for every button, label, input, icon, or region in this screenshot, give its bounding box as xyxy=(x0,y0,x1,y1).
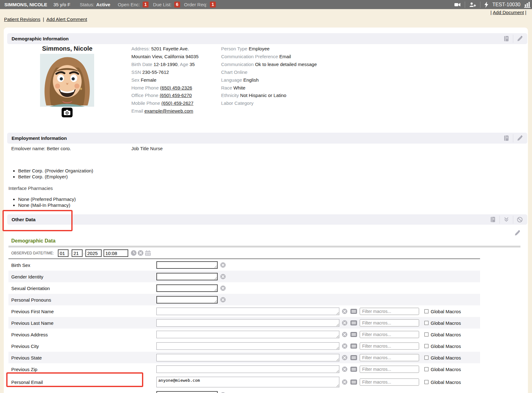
order-req-badge[interactable]: 1 xyxy=(210,2,216,8)
value-input[interactable] xyxy=(156,365,339,373)
update-photo-camera-button[interactable] xyxy=(62,108,73,117)
journal-book-icon[interactable] xyxy=(503,135,509,141)
global-macros-label: Global Macros xyxy=(431,320,461,325)
flowsheet-chart-icon[interactable] xyxy=(524,2,530,8)
journal-book-icon[interactable] xyxy=(503,35,509,42)
info-link[interactable]: (650) 459-2326 xyxy=(160,85,192,90)
macro-list-icon[interactable] xyxy=(350,320,357,326)
form-row-previous-address: Previous AddressGlobal Macros xyxy=(8,329,480,340)
filter-macros-input[interactable] xyxy=(360,354,419,361)
add-document-link[interactable]: Add Document xyxy=(493,10,524,15)
clear-field-icon[interactable] xyxy=(220,297,226,303)
observed-year-input[interactable] xyxy=(85,249,102,257)
filter-macros-input[interactable] xyxy=(360,365,419,373)
due-list-badge[interactable]: 6 xyxy=(174,2,180,8)
observed-time-input[interactable] xyxy=(104,249,128,257)
field-label: Person Type xyxy=(221,46,249,51)
form-row-previous-zip: Previous ZipGlobal Macros xyxy=(8,363,480,375)
value-input[interactable] xyxy=(156,261,218,269)
clear-field-icon[interactable] xyxy=(342,379,347,385)
clear-field-icon[interactable] xyxy=(220,274,226,279)
macro-list-icon[interactable] xyxy=(350,343,357,349)
value-input[interactable] xyxy=(156,284,218,292)
add-person-icon[interactable] xyxy=(469,2,476,8)
calendar-icon[interactable] xyxy=(145,250,151,257)
observed-day-input[interactable] xyxy=(72,249,83,257)
global-macros-checkbox[interactable] xyxy=(424,344,428,348)
filter-macros-input[interactable] xyxy=(360,319,419,326)
due-list-label[interactable]: Due List: xyxy=(153,2,171,7)
value-input[interactable] xyxy=(156,342,339,350)
value-input[interactable] xyxy=(156,354,339,361)
value-input[interactable] xyxy=(156,296,218,304)
observed-datetime-row: OBSERVED DATE/TIME: - - xyxy=(8,247,480,259)
demographic-data-heading: Demographic Data xyxy=(11,238,55,244)
edit-pencil-icon[interactable] xyxy=(514,230,520,236)
patient-header-bar: SIMMONS, NICOLE 35 y/o F Status: Active … xyxy=(0,0,532,9)
info-link[interactable]: (650) 459-6270 xyxy=(160,93,192,98)
clear-field-icon[interactable] xyxy=(220,262,226,268)
filter-macros-input[interactable] xyxy=(360,308,419,315)
value-input[interactable] xyxy=(156,319,339,327)
clear-field-icon[interactable] xyxy=(342,309,347,314)
global-macros-checkbox[interactable] xyxy=(424,367,428,371)
info-line: Chart Online xyxy=(221,69,317,76)
global-macros-checkbox[interactable] xyxy=(424,321,428,325)
open-enc-badge[interactable]: 1 xyxy=(143,2,149,8)
separator: | xyxy=(525,10,526,15)
affiliation-list: Better Corp. (Provider Organization)Bett… xyxy=(18,168,93,180)
value-input[interactable] xyxy=(156,377,339,387)
value-input[interactable] xyxy=(156,308,339,315)
macro-list-icon[interactable] xyxy=(350,366,357,372)
icon-divider xyxy=(513,134,513,142)
info-line: Birth Date 12-18-1990, Age 35 xyxy=(131,61,199,69)
info-link[interactable]: example@mieweb.com xyxy=(144,108,193,114)
edit-pencil-icon[interactable] xyxy=(517,135,523,141)
field-value: Employee xyxy=(249,46,270,51)
clear-field-icon[interactable] xyxy=(342,366,347,372)
video-call-icon[interactable] xyxy=(454,2,461,8)
open-enc-label[interactable]: Open Enc: xyxy=(118,2,140,7)
macro-list-icon[interactable] xyxy=(350,355,357,360)
value-input[interactable] xyxy=(156,273,218,280)
filter-macros-input[interactable] xyxy=(360,378,419,385)
global-macros-label: Global Macros xyxy=(431,343,461,349)
field-value: White xyxy=(233,85,245,90)
global-macros-checkbox[interactable] xyxy=(424,332,428,336)
order-req-label[interactable]: Order Req: xyxy=(184,2,207,7)
form-row-previous-first-name: Previous First NameGlobal Macros xyxy=(8,305,480,317)
add-alert-comment-link[interactable]: Add Alert Comment xyxy=(46,17,87,22)
patient-photo[interactable] xyxy=(40,54,94,107)
filter-macros-input[interactable] xyxy=(360,331,419,338)
filter-macros-input[interactable] xyxy=(360,342,419,350)
clear-field-icon[interactable] xyxy=(220,392,226,393)
info-line: SSN 230-55-7612 xyxy=(131,69,199,76)
macro-list-icon[interactable] xyxy=(350,332,357,337)
info-line: Sex Female xyxy=(131,76,199,84)
global-macros-checkbox[interactable] xyxy=(424,380,428,384)
global-macros-checkbox[interactable] xyxy=(424,309,428,313)
chart-id: TEST-10030 xyxy=(492,2,520,8)
info-link[interactable]: (650) 459-2627 xyxy=(161,100,194,106)
clear-datetime-icon[interactable] xyxy=(138,250,144,257)
observed-month-input[interactable] xyxy=(58,249,68,257)
job-title-text: Job Title Nurse xyxy=(131,146,163,150)
set-time-clock-icon[interactable] xyxy=(131,250,137,257)
clear-field-icon[interactable] xyxy=(342,355,347,360)
macro-list-icon[interactable] xyxy=(350,309,357,314)
clear-field-icon[interactable] xyxy=(342,320,347,326)
quick-actions-bolt-icon[interactable] xyxy=(484,2,489,8)
global-macros-checkbox[interactable] xyxy=(424,355,428,360)
disable-prohibit-icon[interactable] xyxy=(517,217,523,223)
clear-field-icon[interactable] xyxy=(342,343,347,349)
value-input[interactable] xyxy=(156,391,218,393)
macro-list-icon[interactable] xyxy=(350,379,357,385)
journal-book-icon[interactable] xyxy=(489,216,496,223)
edit-pencil-icon[interactable] xyxy=(517,36,523,42)
collapse-double-chevron-icon[interactable] xyxy=(503,217,509,223)
clear-field-icon[interactable] xyxy=(220,285,226,291)
patient-revisions-link[interactable]: Patient Revisions xyxy=(4,17,40,22)
value-input[interactable] xyxy=(156,331,339,338)
clear-field-icon[interactable] xyxy=(342,332,347,337)
row-label: Previous City xyxy=(11,343,39,349)
